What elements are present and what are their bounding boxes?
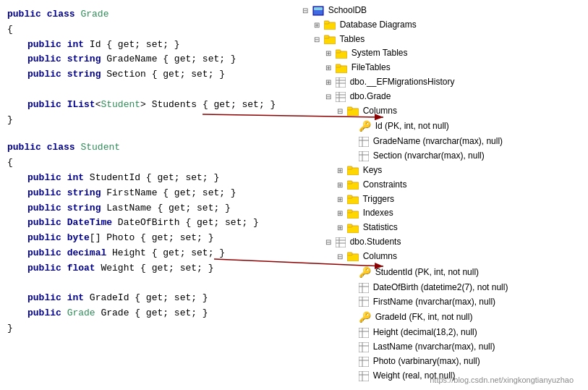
table-icon-students xyxy=(336,237,346,247)
col-icon-lastname xyxy=(359,342,369,352)
grade-class: public class Grade { public int Id { get… xyxy=(7,7,289,127)
firstname-label: FirstName (nvarchar(max), null) xyxy=(373,297,495,307)
studentid-label: StudentId (PK, int, not null) xyxy=(375,266,479,276)
svg-rect-36 xyxy=(336,237,346,247)
tree-node-schooldb[interactable]: ⊟ SchoolDB xyxy=(300,4,584,18)
height-label: Height (decimal(18,2), null) xyxy=(373,327,477,337)
tree-node-grade-section[interactable]: Section (nvarchar(max), null) xyxy=(346,149,584,164)
tree-node-lastname[interactable]: LastName (nvarchar(max), null) xyxy=(346,340,584,355)
tree-node-diagrams[interactable]: ⊞ Database Diagrams xyxy=(312,18,584,33)
tree-node-grade-keys[interactable]: ⊞ Keys xyxy=(335,164,584,178)
tree-node-grade-triggers[interactable]: ⊞ Triggers xyxy=(335,192,584,207)
svg-rect-54 xyxy=(359,357,369,367)
col-icon-dob xyxy=(359,283,369,293)
folder-icon-keys xyxy=(347,166,359,175)
tree-node-height[interactable]: Height (decimal(18,2), null) xyxy=(346,326,584,340)
tree-node-systables[interactable]: ⊞ System Tables xyxy=(323,46,584,61)
svg-rect-27 xyxy=(347,166,352,169)
svg-rect-35 xyxy=(347,224,352,227)
tree-node-efmigrations[interactable]: ⊞ dbo.__EFMigrationsHistory xyxy=(323,75,584,90)
tree-node-grade-constraints[interactable]: ⊞ Constraints xyxy=(335,178,584,192)
tree-node-photo[interactable]: Photo (varbinary(max), null) xyxy=(346,355,584,369)
tree-node-grade-gradename[interactable]: GradeName (nvarchar(max), null) xyxy=(346,135,584,149)
svg-rect-5 xyxy=(324,35,329,38)
gradeid-label: GradeId (FK, int, not null) xyxy=(375,312,473,322)
grade-prop-students: public IList<Student> Students { get; se… xyxy=(27,98,289,113)
tree-node-filetables[interactable]: ⊞ FileTables xyxy=(323,61,584,75)
folder-icon-file xyxy=(336,64,347,73)
watermark: https://blog.csdn.net/xingkongtianyuzhao xyxy=(430,376,574,384)
col-icon-weight xyxy=(359,371,369,381)
tree-node-grade-columns[interactable]: ⊟ Columns xyxy=(335,104,584,119)
student-prop-studentid: public int StudentId { get; set; } xyxy=(27,171,289,186)
grade-keys-label: Keys xyxy=(363,165,383,175)
student-prop-lastname: public string LastName { get; set; } xyxy=(27,201,289,216)
student-class: public class Student { public int Studen… xyxy=(7,140,289,336)
svg-rect-3 xyxy=(324,21,329,24)
student-class-decl: public class Student xyxy=(7,140,289,156)
tree-node-dbostudents[interactable]: ⊟ dbo.Students xyxy=(323,235,584,250)
tree-node-studentid[interactable]: 🔑 StudentId (PK, int, not null) xyxy=(346,264,584,281)
tree-node-grade-id[interactable]: 🔑 Id (PK, int, not null) xyxy=(346,118,584,135)
svg-rect-41 xyxy=(347,253,352,255)
grade-gradename-label: GradeName (nvarchar(max), null) xyxy=(373,136,503,146)
tree-node-grade-statistics[interactable]: ⊞ Statistics xyxy=(335,221,584,235)
svg-rect-29 xyxy=(347,181,352,184)
svg-rect-9 xyxy=(336,64,341,67)
key-icon-gradeid: 🔑 xyxy=(359,311,371,323)
folder-icon-triggers xyxy=(347,195,359,204)
students-columns-label: Columns xyxy=(363,251,397,261)
svg-rect-51 xyxy=(359,342,369,352)
kw-public: public xyxy=(7,9,41,20)
svg-rect-31 xyxy=(347,195,352,198)
dbograde-label: dbo.Grade xyxy=(350,91,391,101)
key-icon-studentid: 🔑 xyxy=(359,266,371,278)
db-icon xyxy=(312,6,324,16)
grade-statistics-label: Statistics xyxy=(363,222,398,232)
student-prop-height: public decimal Height { get; set; } xyxy=(27,246,289,261)
key-icon-id: 🔑 xyxy=(359,120,371,132)
grade-prop-gradename: public string GradeName { get; set; } xyxy=(27,52,289,67)
folder-icon-sys xyxy=(336,49,347,59)
tree-node-firstname[interactable]: FirstName (nvarchar(max), null) xyxy=(346,295,584,310)
col-icon-photo xyxy=(359,357,369,367)
svg-rect-7 xyxy=(336,50,341,53)
expander-schooldb[interactable]: ⊟ xyxy=(300,5,310,17)
tree-node-students-columns[interactable]: ⊟ Columns xyxy=(335,250,584,264)
tree-node-gradeid[interactable]: 🔑 GradeId (FK, int, not null) xyxy=(346,309,584,326)
col-icon-height xyxy=(359,328,369,338)
grade-open-brace: { xyxy=(7,22,289,38)
folder-icon-constraints xyxy=(347,180,359,190)
folder-icon-student-cols xyxy=(347,252,359,261)
grade-class-decl: public class Grade xyxy=(7,7,289,22)
grade-prop-id: public int Id { get; set; } xyxy=(27,38,289,53)
svg-rect-14 xyxy=(336,92,346,102)
folder-icon-statistics xyxy=(347,224,359,233)
svg-rect-48 xyxy=(359,328,369,338)
tree-node-grade-indexes[interactable]: ⊞ Indexes xyxy=(335,206,584,221)
svg-rect-57 xyxy=(359,371,369,381)
student-prop-weight: public float Weight { get; set; } xyxy=(27,261,289,276)
dob-label: DateOfBirth (datetime2(7), not null) xyxy=(373,282,508,292)
lastname-label: LastName (nvarchar(max), null) xyxy=(373,342,495,352)
folder-icon xyxy=(324,20,336,30)
svg-rect-42 xyxy=(359,283,369,293)
folder-icon-indexes xyxy=(347,209,359,219)
folder-icon-tables xyxy=(324,35,336,44)
photo-label: Photo (varbinary(max), null) xyxy=(373,356,480,366)
schooldb-label: SchoolDB xyxy=(328,5,367,15)
diagrams-label: Database Diagrams xyxy=(340,20,417,30)
tree-node-tables[interactable]: ⊟ Tables xyxy=(312,33,584,47)
col-icon-gradename xyxy=(359,137,369,147)
filetables-label: FileTables xyxy=(351,62,391,72)
kw-class: class xyxy=(47,9,75,20)
tables-label: Tables xyxy=(339,34,365,44)
tree-node-dob[interactable]: DateOfBirth (datetime2(7), not null) xyxy=(346,281,584,295)
grade-triggers-label: Triggers xyxy=(362,194,394,204)
tree-node-dbograde[interactable]: ⊟ dbo.Grade xyxy=(323,90,584,104)
code-panel: public class Grade { public int Id { get… xyxy=(0,0,297,390)
student-prop-grade: public Grade Grade { get; set; } xyxy=(27,306,289,321)
student-open-brace: { xyxy=(7,156,289,171)
efmigrations-label: dbo.__EFMigrationsHistory xyxy=(350,77,455,87)
systables-label: System Tables xyxy=(351,48,408,58)
